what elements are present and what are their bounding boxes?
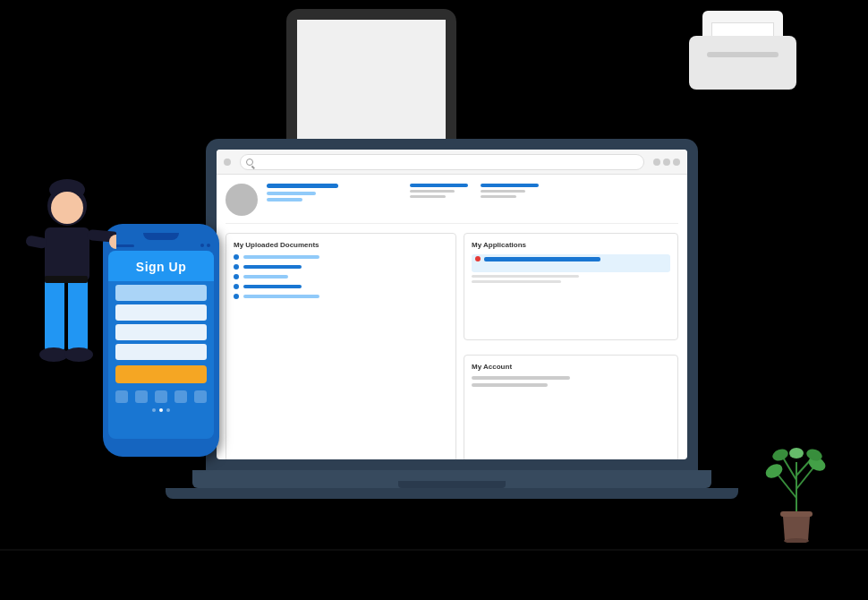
applications-panel-title: My Applications [472, 241, 670, 249]
camera-dot-2 [207, 244, 210, 247]
doc-item-4 [234, 284, 448, 289]
phone-field-4[interactable] [115, 344, 207, 360]
svg-line-15 [783, 458, 796, 480]
stat-line-3 [410, 195, 446, 198]
doc-line-5 [243, 295, 319, 298]
app-detail-line-1 [472, 275, 579, 278]
phone-field-3[interactable] [115, 324, 207, 340]
doc-bullet-5 [234, 294, 239, 299]
browser-nav-dot-3 [673, 159, 680, 166]
phone-icon-1 [115, 390, 128, 403]
phone-icon-2 [135, 390, 148, 403]
printer-body [689, 36, 796, 90]
profile-info [267, 184, 401, 201]
laptop: My Uploaded Documents [206, 139, 738, 499]
stat-line-1 [410, 184, 468, 187]
browser-nav-dots [653, 159, 680, 166]
web-content: My Uploaded Documents [217, 175, 687, 459]
svg-rect-6 [25, 235, 48, 249]
phone-field-1[interactable] [115, 285, 207, 301]
profile-sub-line-2 [267, 198, 302, 201]
phone-screen: Sign Up [108, 251, 214, 439]
documents-panel: My Uploaded Documents [226, 233, 456, 459]
app-name-line [484, 257, 600, 261]
doc-item-2 [234, 264, 448, 270]
svg-point-19 [770, 447, 789, 462]
applications-panel: My Applications [464, 233, 678, 340]
svg-point-9 [39, 347, 68, 362]
laptop-screen-outer: My Uploaded Documents [206, 139, 698, 470]
doc-bullet-3 [234, 274, 239, 279]
app-detail-line-2 [472, 280, 561, 283]
phone-icon-3 [155, 390, 167, 403]
laptop-screen: My Uploaded Documents [217, 150, 687, 459]
browser-nav-dot-2 [663, 159, 670, 166]
laptop-foot [166, 488, 738, 499]
application-highlight [472, 254, 670, 272]
printer-slot [707, 52, 779, 57]
browser-dot-1 [224, 159, 231, 166]
printer [689, 36, 796, 90]
panels-row: My Uploaded Documents [226, 233, 678, 459]
app-detail-line-2-wrap [472, 280, 670, 283]
doc-bullet-2 [234, 264, 239, 270]
phone-submit-button[interactable] [115, 365, 207, 383]
stat-line-2 [410, 190, 455, 193]
browser-bar [217, 150, 687, 175]
avatar [226, 184, 258, 216]
scene: My Uploaded Documents [0, 0, 868, 600]
doc-line-1 [243, 255, 319, 259]
svg-line-14 [796, 467, 814, 489]
signup-banner: Sign Up [108, 251, 214, 281]
phone-field-2[interactable] [115, 304, 207, 321]
right-panels: My Applications [464, 233, 678, 459]
profile-stats [410, 184, 678, 198]
phone-camera-dots [200, 244, 210, 247]
doc-bullet-4 [234, 284, 239, 289]
nav-dot-3 [166, 408, 170, 412]
doc-item-1 [234, 254, 448, 260]
doc-bullet-1 [234, 254, 239, 260]
ground-line [0, 549, 868, 551]
phone-icon-5 [194, 390, 207, 403]
nav-dot-2 [159, 408, 163, 412]
svg-point-21 [789, 448, 804, 459]
account-panel-title: My Account [472, 363, 670, 371]
phone-notch [143, 233, 179, 240]
phone-icons-row [108, 383, 214, 407]
stat-line-6 [481, 195, 516, 198]
browser-nav-dot-1 [653, 159, 660, 166]
phone-body: Sign Up [103, 224, 219, 457]
doc-line-4 [243, 285, 302, 288]
svg-rect-7 [45, 279, 64, 351]
stat-line-4 [481, 184, 539, 187]
stat-line-5 [481, 190, 525, 193]
browser-controls [224, 159, 231, 166]
plant-svg [761, 444, 832, 543]
person-illustration [18, 179, 116, 460]
documents-panel-title: My Uploaded Documents [234, 241, 448, 249]
camera-dot-1 [200, 244, 204, 247]
profile-section [226, 184, 678, 224]
browser-search-bar[interactable] [240, 154, 644, 170]
account-line-2 [472, 383, 548, 387]
stat-col-2 [481, 184, 539, 198]
account-panel: My Account [464, 355, 678, 459]
doc-line-3 [243, 275, 288, 279]
person-svg [18, 179, 116, 457]
svg-point-10 [64, 347, 93, 362]
svg-point-2 [51, 192, 83, 224]
plant [761, 444, 832, 546]
stat-col-1 [410, 184, 468, 198]
svg-line-13 [779, 476, 796, 498]
search-icon [246, 159, 253, 166]
phone-camera-row [108, 244, 214, 247]
app-status-dot [475, 256, 481, 261]
profile-sub-line-1 [267, 192, 316, 195]
profile-name-line [267, 184, 338, 188]
svg-rect-11 [45, 276, 88, 283]
phone-icon-4 [174, 390, 187, 403]
svg-rect-22 [780, 511, 813, 517]
doc-item-3 [234, 274, 448, 279]
doc-line-2 [243, 265, 302, 269]
